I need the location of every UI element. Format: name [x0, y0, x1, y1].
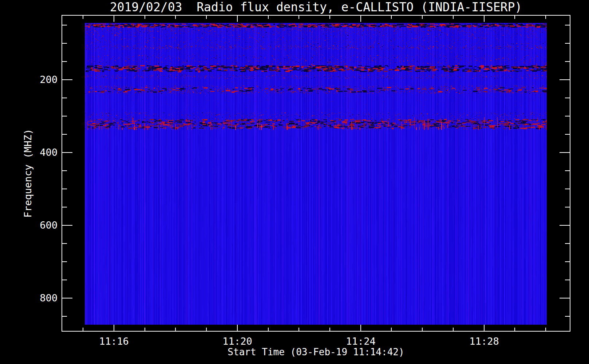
y-axis-label: Frequency (MHZ) — [23, 129, 33, 218]
x-minor-tick — [268, 16, 269, 19]
y-minor-tick — [565, 98, 570, 98]
x-minor-tick — [268, 328, 269, 331]
x-minor-tick — [329, 328, 330, 331]
x-axis-label: Start Time (03-Feb-19 11:14:42) — [62, 346, 570, 358]
y-tick-label: 800 — [3, 292, 58, 304]
y-major-tick — [560, 79, 570, 80]
x-minor-tick — [422, 16, 423, 19]
y-minor-tick — [565, 280, 570, 280]
y-minor-tick — [565, 25, 570, 25]
y-minor-tick — [62, 43, 67, 44]
y-minor-tick — [565, 61, 570, 62]
x-minor-tick — [514, 328, 515, 331]
x-minor-tick — [391, 16, 392, 19]
x-minor-tick — [545, 16, 546, 19]
x-minor-tick — [299, 328, 299, 331]
x-major-tick — [484, 325, 485, 331]
y-major-tick — [62, 298, 72, 298]
x-minor-tick — [145, 328, 145, 331]
y-minor-tick — [565, 134, 570, 135]
y-minor-tick — [62, 116, 67, 116]
x-major-tick — [114, 16, 114, 22]
y-major-tick — [560, 152, 570, 153]
y-minor-tick — [565, 116, 570, 116]
x-minor-tick — [329, 16, 330, 19]
page-title: 2019/02/03 Radio flux density, e-CALLIST… — [62, 0, 570, 15]
y-minor-tick — [62, 207, 67, 207]
y-major-tick — [62, 79, 72, 80]
y-minor-tick — [62, 261, 67, 262]
x-minor-tick — [453, 16, 454, 19]
y-minor-tick — [565, 43, 570, 44]
y-minor-tick — [565, 243, 570, 244]
callisto-spectrogram-window: 2019/02/03 Radio flux density, e-CALLIST… — [0, 0, 589, 364]
y-minor-tick — [62, 134, 67, 135]
y-major-tick — [560, 298, 570, 298]
x-tick-label: 11:24 — [346, 336, 375, 347]
y-minor-tick — [62, 25, 67, 25]
x-major-tick — [237, 16, 238, 22]
x-minor-tick — [514, 16, 515, 19]
y-minor-tick — [62, 280, 67, 280]
y-minor-tick — [62, 170, 67, 171]
x-major-tick — [237, 325, 238, 331]
spectrogram-image — [85, 23, 547, 325]
x-minor-tick — [422, 328, 423, 331]
x-minor-tick — [391, 328, 392, 331]
y-minor-tick — [62, 189, 67, 189]
y-minor-tick — [565, 170, 570, 171]
y-minor-tick — [62, 243, 67, 244]
y-major-tick — [62, 225, 72, 226]
y-tick-label: 600 — [3, 219, 58, 231]
x-tick-label: 11:28 — [469, 336, 499, 347]
x-minor-tick — [545, 328, 546, 331]
x-minor-tick — [83, 328, 83, 331]
x-tick-label: 11:20 — [222, 336, 252, 347]
y-minor-tick — [62, 316, 67, 317]
x-tick-label: 11:16 — [99, 336, 129, 347]
x-minor-tick — [206, 328, 207, 331]
x-major-tick — [360, 325, 361, 331]
y-minor-tick — [565, 316, 570, 317]
x-major-tick — [360, 16, 361, 22]
y-major-tick — [560, 225, 570, 226]
x-major-tick — [484, 16, 485, 22]
y-minor-tick — [565, 189, 570, 189]
x-minor-tick — [299, 16, 299, 19]
y-tick-label: 200 — [3, 74, 58, 86]
y-major-tick — [62, 152, 72, 153]
x-minor-tick — [175, 328, 176, 331]
x-minor-tick — [175, 16, 176, 19]
y-minor-tick — [62, 61, 67, 62]
x-minor-tick — [206, 16, 207, 19]
x-minor-tick — [453, 328, 454, 331]
x-minor-tick — [145, 16, 145, 19]
y-minor-tick — [565, 261, 570, 262]
x-minor-tick — [83, 16, 83, 19]
y-minor-tick — [565, 207, 570, 207]
x-major-tick — [114, 325, 114, 331]
y-minor-tick — [62, 98, 67, 98]
